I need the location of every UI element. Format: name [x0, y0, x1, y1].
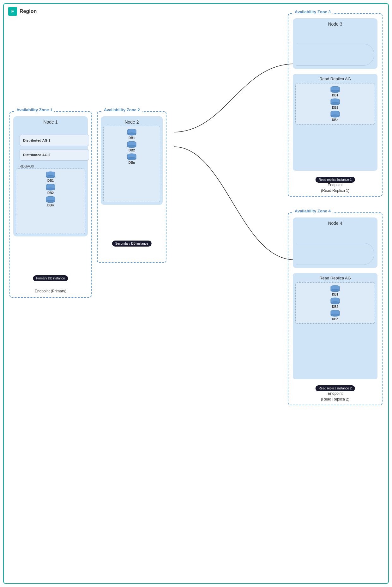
az4-endpoint: Endpoint(Read Replica 2) [288, 390, 382, 402]
svg-point-57 [331, 314, 340, 316]
availability-zone-4: Availability Zone 4 Node 4 Read Replica … [288, 212, 383, 405]
node4-box: Node 4 [293, 217, 377, 268]
svg-point-22 [127, 145, 136, 148]
availability-zone-1: Availability Zone 1 Node 1 Distributed A… [9, 111, 92, 298]
region-label: Region [20, 9, 37, 14]
az4-db2: DB2 [330, 297, 340, 309]
availability-zone-3: Availability Zone 3 Node 3 Read Replica … [288, 13, 383, 197]
az3-db1: DB1 [330, 86, 340, 97]
svg-point-12 [46, 200, 55, 203]
az1-instance-badge: Primary DB instance [33, 275, 68, 281]
az1-dbn-icon [45, 196, 56, 203]
svg-point-32 [331, 90, 340, 93]
svg-point-17 [127, 133, 136, 135]
az3-endpoint: Endpoint(Read Replica 1) [288, 182, 382, 193]
node3-title: Node 3 [296, 21, 374, 27]
az4-db1: DB1 [330, 285, 340, 296]
az1-db-group: DB1 DB2 [16, 168, 85, 234]
az1-instance-badge-wrapper: Primary DB instance [33, 275, 68, 281]
az1-db1-icon [45, 171, 56, 178]
distributed-ag1-bar: Distributed AG 1 [20, 135, 89, 146]
az3-instance-badge-wrapper: Read replica instance 1 [316, 176, 355, 182]
distributed-ag2-bar: Distributed AG 2 [20, 149, 89, 161]
svg-point-27 [127, 157, 136, 160]
az1-db2: DB2 [45, 184, 56, 195]
svg-point-7 [46, 188, 55, 190]
node4-title: Node 4 [296, 221, 374, 226]
az4-db-group: DB1 DB2 [295, 282, 375, 324]
svg-point-2 [46, 175, 55, 178]
node2-box: Node 2 DB1 [101, 116, 163, 205]
az1-db2-icon [45, 184, 56, 191]
svg-point-47 [331, 289, 340, 292]
az2-db-group: DB1 DB2 [103, 126, 160, 202]
az3-rr-ag-box: Read Replica AG DB1 [293, 74, 377, 171]
svg-point-52 [331, 302, 340, 304]
az2-db2: DB2 [127, 141, 137, 152]
az3-dbn: DBn [330, 111, 340, 122]
region-icon: F [8, 7, 17, 16]
node2-title: Node 2 [104, 119, 160, 125]
az4-rr-ag-title: Read Replica AG [295, 276, 375, 280]
az2-instance-badge-wrapper: Secondary DB instance [112, 240, 152, 246]
svg-point-42 [331, 115, 340, 117]
rdsag-label: RDSAG0 [20, 164, 34, 168]
az1-dbn: DBn [45, 196, 56, 207]
node4-curve [296, 243, 374, 265]
node3-curve [296, 44, 374, 66]
az4-title: Availability Zone 4 [293, 209, 333, 213]
az2-dbn: DBn [127, 153, 137, 164]
az1-endpoint: Endpoint (Primary) [10, 288, 91, 294]
az1-title: Availability Zone 1 [15, 107, 54, 112]
az3-db-group: DB1 DB2 [295, 83, 375, 125]
az3-title: Availability Zone 3 [293, 9, 333, 14]
az2-instance-badge: Secondary DB instance [112, 241, 152, 247]
node3-box: Node 3 [293, 18, 377, 69]
node1-box: Node 1 Distributed AG 1 Distributed AG 2… [13, 116, 88, 236]
az4-instance-badge-wrapper: Read replica instance 2 [316, 385, 355, 391]
az1-db1: DB1 [45, 171, 56, 182]
az4-rr-ag-box: Read Replica AG DB1 [293, 273, 377, 379]
node1-title: Node 1 [16, 119, 85, 125]
az3-rr-ag-title: Read Replica AG [295, 76, 375, 81]
az2-title: Availability Zone 2 [102, 107, 142, 112]
az3-db2: DB2 [330, 98, 340, 109]
region-container: F Region Availability Zone 1 Node 1 Dist… [3, 3, 389, 584]
az4-dbn: DBn [330, 310, 340, 321]
svg-point-37 [331, 102, 340, 105]
az2-db1: DB1 [127, 129, 137, 140]
availability-zone-2: Availability Zone 2 Node 2 [97, 111, 166, 263]
